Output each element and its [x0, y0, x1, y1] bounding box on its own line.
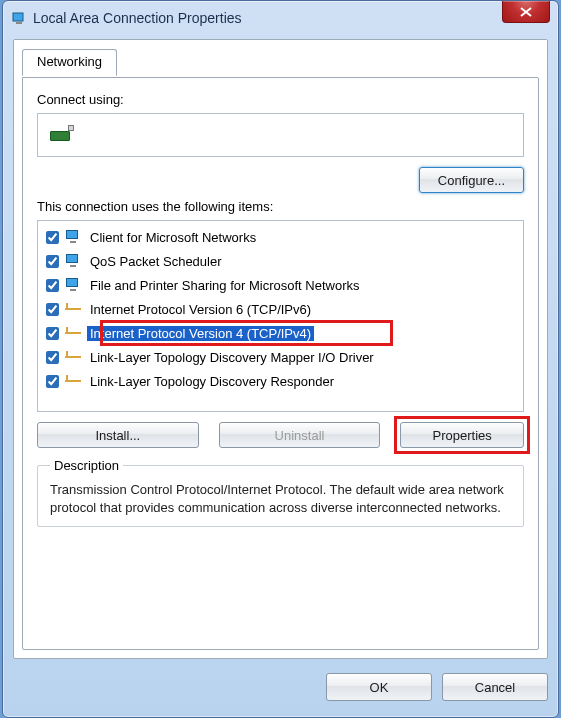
- item-label: QoS Packet Scheduler: [87, 254, 225, 269]
- monitor-icon: [65, 277, 81, 293]
- protocol-icon: [65, 349, 81, 365]
- item-checkbox[interactable]: [46, 279, 59, 292]
- network-card-icon: [48, 125, 74, 145]
- close-button[interactable]: [502, 1, 550, 23]
- item-checkbox[interactable]: [46, 231, 59, 244]
- connect-using-label: Connect using:: [37, 92, 524, 107]
- item-checkbox[interactable]: [46, 255, 59, 268]
- install-button[interactable]: Install...: [37, 422, 199, 448]
- tab-strip: Networking: [14, 40, 547, 78]
- svg-rect-1: [16, 22, 22, 24]
- description-group: Description Transmission Control Protoco…: [37, 458, 524, 527]
- tab-panel: Connect using: Configure... This connect…: [22, 77, 539, 650]
- cancel-button[interactable]: Cancel: [442, 673, 548, 701]
- item-checkbox[interactable]: [46, 351, 59, 364]
- item-label: Internet Protocol Version 6 (TCP/IPv6): [87, 302, 314, 317]
- item-label: File and Printer Sharing for Microsoft N…: [87, 278, 362, 293]
- item-checkbox[interactable]: [46, 303, 59, 316]
- ok-button[interactable]: OK: [326, 673, 432, 701]
- window-icon: [11, 10, 27, 26]
- list-item[interactable]: Client for Microsoft Networks: [40, 225, 521, 249]
- uninstall-button: Uninstall: [219, 422, 381, 448]
- item-checkbox[interactable]: [46, 375, 59, 388]
- item-label: Internet Protocol Version 4 (TCP/IPv4): [87, 326, 314, 341]
- monitor-icon: [65, 253, 81, 269]
- list-item[interactable]: Internet Protocol Version 6 (TCP/IPv6): [40, 297, 521, 321]
- protocol-icon: [65, 373, 81, 389]
- protocol-icon: [65, 301, 81, 317]
- list-item-selected[interactable]: Internet Protocol Version 4 (TCP/IPv4): [40, 321, 521, 345]
- window-title: Local Area Connection Properties: [33, 10, 502, 26]
- client-area: Networking Connect using: Configure... T…: [13, 39, 548, 659]
- items-listbox[interactable]: Client for Microsoft Networks QoS Packet…: [37, 220, 524, 412]
- description-legend: Description: [50, 458, 123, 473]
- list-item[interactable]: Link-Layer Topology Discovery Mapper I/O…: [40, 345, 521, 369]
- list-item[interactable]: Link-Layer Topology Discovery Responder: [40, 369, 521, 393]
- dialog-footer: OK Cancel: [13, 667, 548, 707]
- titlebar: Local Area Connection Properties: [3, 1, 558, 35]
- item-checkbox[interactable]: [46, 327, 59, 340]
- monitor-icon: [65, 229, 81, 245]
- list-item[interactable]: QoS Packet Scheduler: [40, 249, 521, 273]
- adapter-box: [37, 113, 524, 157]
- configure-button[interactable]: Configure...: [419, 167, 524, 193]
- svg-rect-0: [13, 13, 23, 21]
- dialog-window: Local Area Connection Properties Network…: [2, 0, 559, 718]
- items-label: This connection uses the following items…: [37, 199, 524, 214]
- item-label: Link-Layer Topology Discovery Mapper I/O…: [87, 350, 377, 365]
- list-item[interactable]: File and Printer Sharing for Microsoft N…: [40, 273, 521, 297]
- description-text: Transmission Control Protocol/Internet P…: [50, 481, 511, 516]
- properties-button[interactable]: Properties: [400, 422, 524, 448]
- tab-networking[interactable]: Networking: [22, 49, 117, 76]
- item-label: Link-Layer Topology Discovery Responder: [87, 374, 337, 389]
- item-label: Client for Microsoft Networks: [87, 230, 259, 245]
- protocol-icon: [65, 325, 81, 341]
